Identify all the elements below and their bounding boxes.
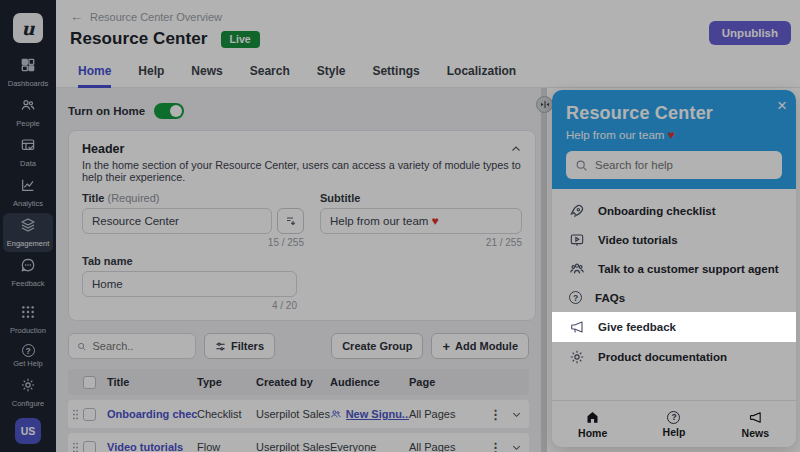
preview-title: Resource Center	[566, 103, 782, 124]
row-expand-chevron-icon[interactable]	[511, 442, 522, 452]
preview-nav-help[interactable]: Help	[633, 401, 714, 447]
filters-button[interactable]: Filters	[204, 333, 275, 359]
collapse-chevron-up-icon[interactable]	[510, 143, 522, 155]
data-icon	[20, 137, 36, 157]
module-title-link[interactable]: Onboarding chec...	[107, 408, 197, 420]
row-menu-icon[interactable]	[489, 440, 502, 452]
module-title-link[interactable]: Video tutorials	[107, 441, 197, 452]
select-all-checkbox[interactable]	[83, 376, 96, 389]
sidebar-item-data[interactable]: Data	[3, 133, 53, 172]
module-created-by: Userpilot Sales	[256, 408, 330, 420]
add-module-label: Add Module	[455, 340, 518, 352]
configure-icon	[20, 377, 36, 397]
module-created-by: Userpilot Sales	[256, 441, 330, 452]
module-video-tutorials[interactable]: Video tutorials	[552, 225, 796, 254]
user-avatar[interactable]: US	[15, 418, 41, 444]
module-give-feedback[interactable]: Give feedback	[552, 312, 796, 342]
sidebar-item-analytics[interactable]: Analytics	[3, 173, 53, 212]
top-bar: Resource Center Overview Resource Center…	[56, 0, 800, 88]
close-icon[interactable]	[777, 96, 787, 116]
table-row: Video tutorials Flow Userpilot Sales Eve…	[68, 433, 529, 452]
insert-variable-button[interactable]	[277, 208, 304, 234]
sidebar-item-dashboards[interactable]: Dashboards	[3, 53, 53, 92]
tab-localization[interactable]: Localization	[447, 58, 516, 88]
module-support-agent[interactable]: Talk to a customer support agent	[552, 254, 796, 283]
title-required-hint: (Required)	[107, 192, 159, 204]
home-icon	[585, 410, 600, 425]
module-label: Talk to a customer support agent	[598, 263, 779, 275]
subtitle-field-label: Subtitle	[320, 192, 360, 204]
module-search-input[interactable]	[92, 340, 187, 352]
module-onboarding-checklist[interactable]: Onboarding checklist	[552, 196, 796, 225]
module-product-documentation[interactable]: Product documentation	[552, 342, 796, 371]
news-icon	[748, 410, 763, 425]
row-expand-chevron-icon[interactable]	[511, 409, 522, 420]
turn-on-home-toggle[interactable]	[154, 103, 184, 119]
sidebar-nav: Dashboards People Data Analytics Engagem…	[0, 53, 56, 293]
analytics-icon	[20, 177, 36, 197]
main-sidebar: u Dashboards People Data Analytics Engag…	[0, 0, 56, 452]
faq-icon	[569, 291, 582, 304]
table-header-row: Title Type Created by Audience Page	[68, 369, 529, 395]
title-input[interactable]	[82, 208, 272, 234]
header-card-description: In the home section of your Resource Cen…	[82, 159, 522, 183]
megaphone-icon	[569, 319, 585, 335]
video-icon	[569, 232, 585, 248]
sidebar-item-configure[interactable]: Configure	[3, 373, 53, 412]
sidebar-item-feedback[interactable]: Feedback	[3, 253, 53, 292]
split-divider[interactable]	[541, 88, 547, 452]
module-type: Checklist	[197, 408, 256, 420]
module-faqs[interactable]: FAQs	[552, 283, 796, 312]
sidebar-item-label: Get Help	[13, 359, 43, 368]
tab-name-input[interactable]	[82, 271, 297, 297]
support-agent-icon	[569, 261, 585, 277]
preview-module-list: Onboarding checklist Video tutorials Tal…	[552, 189, 796, 371]
userpilot-logo[interactable]: u	[13, 13, 43, 43]
audience-link[interactable]: New Signu...	[330, 408, 409, 420]
preview-search-input[interactable]	[595, 159, 773, 171]
module-label: Give feedback	[598, 321, 676, 333]
rocket-icon	[569, 203, 585, 219]
subtitle-input[interactable]: Help from our team ♥	[320, 208, 522, 234]
tab-name-field-label: Tab name	[82, 255, 133, 267]
sidebar-item-label: Dashboards	[8, 79, 48, 88]
insert-variable-icon	[285, 215, 297, 227]
home-tab-content: Turn on Home Header In the home section …	[56, 88, 541, 452]
tab-search[interactable]: Search	[250, 58, 290, 88]
create-group-button[interactable]: Create Group	[331, 333, 423, 359]
back-link[interactable]: Resource Center Overview	[56, 0, 800, 24]
preview-search[interactable]	[566, 151, 782, 179]
get-help-icon	[22, 344, 35, 357]
module-type: Flow	[197, 441, 256, 452]
heart-icon: ♥	[667, 128, 674, 142]
preview-nav-home[interactable]: Home	[552, 401, 633, 447]
tab-style[interactable]: Style	[317, 58, 346, 88]
filters-label: Filters	[231, 340, 264, 352]
row-menu-icon[interactable]	[489, 407, 502, 422]
audience-people-icon	[330, 408, 342, 420]
create-group-label: Create Group	[342, 340, 412, 352]
tab-settings[interactable]: Settings	[372, 58, 419, 88]
resize-handle[interactable]	[536, 96, 553, 113]
people-icon	[20, 97, 36, 117]
sidebar-item-label: Analytics	[13, 199, 43, 208]
add-module-button[interactable]: Add Module	[431, 333, 529, 359]
sidebar-item-people[interactable]: People	[3, 93, 53, 132]
unpublish-button[interactable]: Unpublish	[709, 21, 791, 45]
sidebar-item-get-help[interactable]: Get Help	[3, 340, 53, 372]
preview-header: Resource Center Help from our team ♥	[552, 90, 796, 189]
module-search[interactable]	[68, 333, 196, 359]
preview-bottom-nav: Home Help News	[552, 400, 796, 447]
sidebar-item-engagement[interactable]: Engagement	[3, 213, 53, 252]
tab-help[interactable]: Help	[138, 58, 164, 88]
drag-handle-icon[interactable]	[68, 442, 83, 452]
row-checkbox[interactable]	[83, 441, 96, 452]
section-tabs: Home Help News Search Style Settings Loc…	[56, 58, 800, 88]
sidebar-item-production[interactable]: Production	[3, 300, 53, 339]
row-checkbox[interactable]	[83, 408, 96, 421]
tab-news[interactable]: News	[191, 58, 222, 88]
live-status-badge: Live	[221, 31, 260, 48]
preview-nav-news[interactable]: News	[715, 401, 796, 447]
drag-handle-icon[interactable]	[68, 409, 83, 420]
tab-home[interactable]: Home	[78, 58, 111, 88]
